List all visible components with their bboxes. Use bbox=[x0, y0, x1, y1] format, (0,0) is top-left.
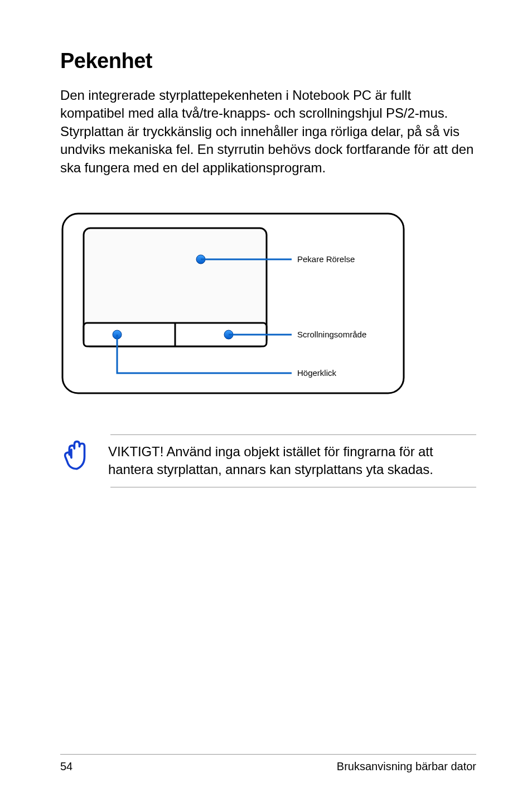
page-heading: Pekenhet bbox=[60, 49, 476, 73]
intro-paragraph: Den integrerade styrplattepekenheten i N… bbox=[60, 86, 476, 177]
label-pointer-movement: Pekare Rörelse bbox=[297, 254, 355, 264]
hand-stop-icon bbox=[60, 439, 93, 472]
label-right-click: Högerklick bbox=[297, 368, 337, 378]
footer-title: Bruksanvisning bärbar dator bbox=[337, 760, 476, 773]
important-note: VIKTIGT! Använd inga objekt istället för… bbox=[108, 443, 476, 479]
touchpad-diagram: Pekare Rörelse Scrollningsområde Högerkl… bbox=[60, 211, 476, 395]
label-scroll-area: Scrollningsområde bbox=[297, 330, 366, 339]
page-number: 54 bbox=[60, 760, 72, 773]
